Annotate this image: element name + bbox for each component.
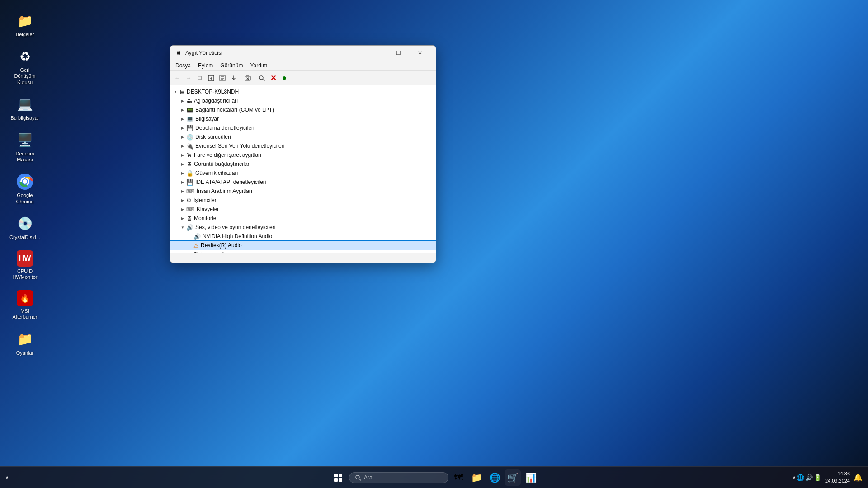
- ag-expander[interactable]: ▶: [179, 99, 186, 103]
- toolbar-properties-button[interactable]: [217, 73, 228, 84]
- minimize-button[interactable]: ─: [366, 46, 387, 60]
- tree-item-ag[interactable]: ▶ 🖧 Ağ bağdaştırıcıları: [170, 96, 436, 105]
- clock[interactable]: 14:36 24.09.2024: [825, 470, 850, 484]
- nvidia-label: NVIDIA High Definition Audio: [203, 233, 272, 239]
- taskbar-maps-icon[interactable]: 🗺: [450, 469, 467, 486]
- menu-yardim[interactable]: Yardım: [246, 61, 271, 70]
- tree-item-baglanti[interactable]: ▶ 📟 Bağlantı noktaları (COM ve LPT): [170, 105, 436, 114]
- taskbar-center: Ara 🗺 📁 🌐 🛒 📊: [329, 469, 539, 487]
- fare-expander[interactable]: ▶: [179, 153, 186, 157]
- menu-gorunum[interactable]: Görünüm: [217, 61, 246, 70]
- tree-scroll-area[interactable]: ▼ 🖥 DESKTOP-K9L8NDH ▶ 🖧 Ağ bağdaştırıcıl…: [170, 85, 436, 253]
- ide-expander[interactable]: ▶: [179, 180, 186, 184]
- evrensel-icon: 🔌: [186, 143, 193, 150]
- taskbar-edge-icon[interactable]: 🌐: [486, 469, 503, 486]
- klavyeler-expander[interactable]: ▶: [179, 207, 186, 211]
- toolbar-scan-button[interactable]: [256, 73, 267, 84]
- desktop-icon-geri-donusum[interactable]: ♻ Geri Dönüşüm Kutusu: [7, 45, 43, 88]
- toolbar-forward-button[interactable]: →: [183, 73, 194, 84]
- tree-item-fare[interactable]: ▶ 🖱 Fare ve diğer işaret aygıtları: [170, 150, 436, 160]
- toolbar-enable-button[interactable]: ●: [279, 73, 290, 84]
- window-title: Aygıt Yöneticisi: [185, 50, 366, 56]
- menu-dosya[interactable]: Dosya: [172, 61, 194, 70]
- tree-item-ses[interactable]: ▼ 🔊 Ses, video ve oyun denetleyicileri: [170, 223, 436, 232]
- toolbar-back-button[interactable]: ←: [172, 73, 183, 84]
- oyunlar-icon: 📁: [16, 330, 34, 348]
- ses-label: Ses, video ve oyun denetleyicileri: [195, 224, 275, 230]
- tree-item-insan[interactable]: ▶ ⌨ İnsan Arabirim Aygıtları: [170, 187, 436, 196]
- svg-point-3: [23, 179, 27, 184]
- desktop-icon-denetim-masasi[interactable]: 🖥️ Denetim Masası: [7, 128, 43, 165]
- desktop-icon-google-chrome[interactable]: Google Chrome: [7, 170, 43, 207]
- maximize-button[interactable]: ☐: [388, 46, 409, 60]
- desktop-icon-cpuid[interactable]: HW CPUID HWMonitor: [7, 248, 43, 283]
- ses-expander[interactable]: ▼: [179, 225, 186, 230]
- tree-item-goruntu[interactable]: ▶ 🖥 Görüntü bağdaştırıcıları: [170, 160, 436, 169]
- tree-item-bilgisayar[interactable]: ▶ 💻 Bilgisayar: [170, 114, 436, 123]
- svg-rect-19: [334, 478, 338, 482]
- notification-button[interactable]: 🔔: [854, 473, 863, 482]
- network-icon[interactable]: 🌐: [797, 474, 804, 481]
- volume-icon[interactable]: 🔊: [805, 474, 813, 481]
- bilgisayar-label: Bilgisayar: [195, 116, 219, 122]
- battery-icon[interactable]: 🔋: [814, 474, 821, 481]
- taskbar-explorer-icon[interactable]: 📁: [468, 469, 485, 486]
- crystaldisk-icon: 💿: [16, 215, 34, 233]
- desktop-icon-crystaldisk[interactable]: 💿 CrystalDiskI...: [7, 212, 43, 243]
- root-label: DESKTOP-K9L8NDH: [187, 89, 239, 95]
- toolbar-disable-button[interactable]: ✕: [268, 73, 278, 84]
- tree-item-evrensel[interactable]: ▶ 🔌 Evrensel Seri Veri Yolu denetleyicil…: [170, 141, 436, 150]
- chevron-icon[interactable]: ∧: [5, 475, 9, 480]
- desktop-icon-msi[interactable]: 🔥 MSI Afterburner: [7, 287, 43, 323]
- toolbar-uninstall-button[interactable]: [242, 73, 253, 84]
- denetim-masasi-label: Denetim Masası: [9, 151, 40, 163]
- islemciler-label: İşlemciler: [193, 197, 217, 203]
- monitorler-expander[interactable]: ▶: [179, 216, 186, 221]
- tree-item-klavyeler[interactable]: ▶ ⌨ Klavyeler: [170, 205, 436, 214]
- window-controls: ─ ☐ ✕: [366, 46, 430, 60]
- toolbar-computer-button[interactable]: 🖥: [194, 73, 205, 84]
- goruntu-expander[interactable]: ▶: [179, 162, 186, 166]
- search-bar[interactable]: Ara: [349, 472, 448, 483]
- google-chrome-icon: [16, 173, 34, 191]
- desktop-icon-belgeler[interactable]: 📁 Belgeler: [7, 9, 43, 40]
- realtek-label: Realtek(R) Audio: [201, 242, 242, 249]
- tree-item-monitorler[interactable]: ▶ 🖥 Monitörler: [170, 214, 436, 223]
- desktop-icon-bu-bilgisayar[interactable]: 💻 Bu bilgisayar: [7, 93, 43, 124]
- depolama-icon: 💾: [186, 125, 193, 131]
- insan-expander[interactable]: ▶: [179, 189, 186, 193]
- baglanti-expander[interactable]: ▶: [179, 108, 186, 112]
- close-button[interactable]: ✕: [410, 46, 430, 60]
- chevron-up-icon[interactable]: ∧: [793, 475, 796, 480]
- tree-item-islemciler[interactable]: ▶ ⚙ İşlemciler: [170, 196, 436, 205]
- tree-item-disk[interactable]: ▶ 💿 Disk sürücüleri: [170, 132, 436, 141]
- root-expander[interactable]: ▼: [172, 90, 179, 94]
- islemciler-expander[interactable]: ▶: [179, 198, 186, 202]
- tree-item-ide[interactable]: ▶ 💾 IDE ATA/ATAPI denetleyicileri: [170, 178, 436, 187]
- tree-root[interactable]: ▼ 🖥 DESKTOP-K9L8NDH: [170, 87, 436, 96]
- evrensel-expander[interactable]: ▶: [179, 144, 186, 148]
- bilgisayar-expander[interactable]: ▶: [179, 117, 186, 121]
- toolbar: ← → 🖥: [170, 71, 436, 85]
- svg-rect-18: [339, 474, 342, 477]
- taskbar-data-icon[interactable]: 📊: [523, 469, 539, 486]
- msi-icon: 🔥: [17, 290, 33, 306]
- tree-item-realtek[interactable]: ⚠ Realtek(R) Audio: [170, 241, 436, 250]
- start-button[interactable]: [329, 469, 347, 487]
- bilgisayar-icon: 💻: [186, 116, 193, 122]
- depolama-expander[interactable]: ▶: [179, 126, 186, 130]
- toolbar-hidden-button[interactable]: [206, 73, 217, 84]
- desktop-icon-oyunlar[interactable]: 📁 Oyunlar: [7, 328, 43, 359]
- menubar: Dosya Eylem Görünüm Yardım: [170, 60, 436, 71]
- tree-item-guvenlik[interactable]: ▶ 🔒 Güvenlik cihazları: [170, 169, 436, 178]
- toolbar-separator-2: [255, 74, 255, 82]
- taskbar-store-icon[interactable]: 🛒: [505, 469, 521, 486]
- tree-item-depolama[interactable]: ▶ 💾 Depolama denetleyicileri: [170, 123, 436, 132]
- sistem-expander[interactable]: ▶: [179, 253, 186, 253]
- tree-item-nvidia-audio[interactable]: 🔊 NVIDIA High Definition Audio: [170, 232, 436, 241]
- toolbar-update-button[interactable]: [228, 73, 239, 84]
- menu-eylem[interactable]: Eylem: [194, 61, 217, 70]
- disk-expander[interactable]: ▶: [179, 135, 186, 139]
- klavyeler-icon: ⌨: [186, 206, 195, 213]
- guvenlik-expander[interactable]: ▶: [179, 171, 186, 175]
